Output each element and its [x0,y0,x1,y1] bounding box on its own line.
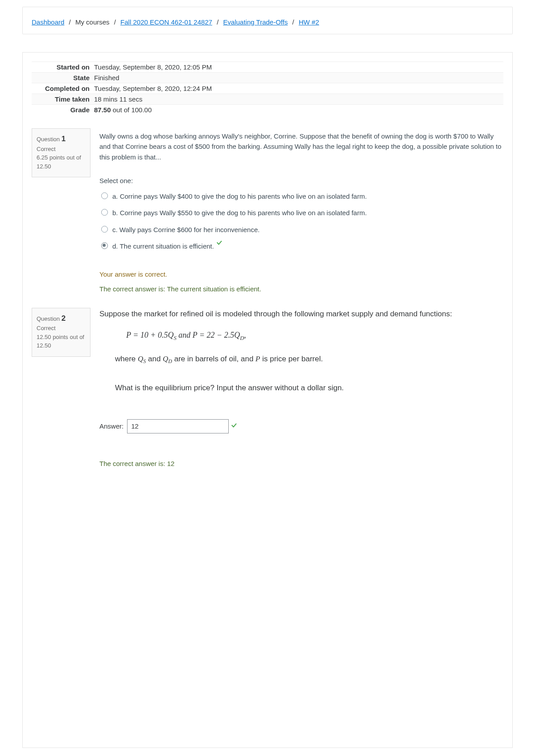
breadcrumb-sep: / [114,18,116,26]
summary-value: 87.50 out of 100.00 [94,105,503,115]
breadcrumb-course-link[interactable]: Fall 2020 ECON 462-01 24827 [120,18,212,26]
check-icon [231,424,238,429]
question-info-box: Question 1 Correct 6.25 points out of 12… [32,128,91,177]
breadcrumb-section-link[interactable]: Evaluating Trade-Offs [223,18,288,26]
question-points: 6.25 points out of 12.50 [37,153,86,171]
summary-label: State [32,73,94,83]
attempt-summary-table: Started on Tuesday, September 8, 2020, 1… [32,61,503,115]
breadcrumb: Dashboard / My courses / Fall 2020 ECON … [22,7,513,34]
table-row: Completed on Tuesday, September 8, 2020,… [32,83,503,94]
question-ask: What is the equilibrium price? Input the… [115,382,503,395]
question-1: Question 1 Correct 6.25 points out of 12… [32,128,503,294]
feedback-answer: The correct answer is: The current situa… [99,284,503,294]
question-label: Question [37,136,62,143]
option-c[interactable]: c. Wally pays Corrine $600 for her incon… [99,225,503,235]
radio-icon [101,209,108,216]
equation: P = 10 + 0.5QS and P = 22 − 2.5QD, [126,328,503,343]
breadcrumb-dashboard-link[interactable]: Dashboard [32,18,64,26]
table-row: Started on Tuesday, September 8, 2020, 1… [32,62,503,73]
table-row: Time taken 18 mins 11 secs [32,94,503,105]
feedback-block: Your answer is correct. The correct answ… [99,269,503,294]
answer-row: Answer: [99,419,503,433]
select-one-prompt: Select one: [99,176,503,186]
option-label: d. The current situation is efficient. [112,241,214,251]
radio-icon [101,226,108,233]
option-a[interactable]: a. Corrine pays Wally $400 to give the d… [99,191,503,201]
summary-label: Completed on [32,83,94,94]
summary-value: Tuesday, September 8, 2020, 12:24 PM [94,83,503,94]
question-info-box: Question 2 Correct 12.50 points out of 1… [32,308,91,357]
answer-label: Answer: [99,421,123,432]
question-stem: Suppose the market for refined oil is mo… [99,308,503,321]
breadcrumb-activity-link[interactable]: HW #2 [299,18,319,26]
question-stem: Wally owns a dog whose barking annoys Wa… [99,131,503,162]
radio-icon [101,192,108,199]
breadcrumb-sep: / [69,18,71,26]
feedback-correct: Your answer is correct. [99,269,503,279]
quiz-review-card: Started on Tuesday, September 8, 2020, 1… [22,52,513,748]
summary-label: Started on [32,62,94,73]
check-icon [217,241,223,246]
option-label: c. Wally pays Corrine $600 for her incon… [112,225,259,235]
breadcrumb-mycourses: My courses [75,18,110,26]
question-points: 12.50 points out of 12.50 [37,333,86,350]
question-number: 2 [62,314,66,323]
summary-value: 18 mins 11 secs [94,94,503,105]
option-label: b. Corrine pays Wally $550 to give the d… [112,208,367,218]
radio-icon [101,242,108,249]
option-label: a. Corrine pays Wally $400 to give the d… [112,191,367,201]
summary-label: Time taken [32,94,94,105]
summary-value: Finished [94,73,503,83]
option-b[interactable]: b. Corrine pays Wally $550 to give the d… [99,208,503,218]
breadcrumb-sep: / [217,18,218,26]
question-label: Question [37,315,62,322]
feedback-answer: The correct answer is: 12 [99,458,503,470]
summary-label: Grade [32,105,94,115]
question-2: Question 2 Correct 12.50 points out of 1… [32,308,503,470]
table-row: State Finished [32,73,503,83]
question-status: Correct [37,145,86,154]
table-row: Grade 87.50 out of 100.00 [32,105,503,115]
question-status: Correct [37,324,86,333]
answer-input[interactable] [127,419,229,433]
summary-value: Tuesday, September 8, 2020, 12:05 PM [94,62,503,73]
question-number: 1 [62,135,66,143]
breadcrumb-sep: / [292,18,294,26]
equation-note: where QS and QD are in barrels of oil, a… [115,353,503,366]
option-d[interactable]: d. The current situation is efficient. [99,241,503,251]
